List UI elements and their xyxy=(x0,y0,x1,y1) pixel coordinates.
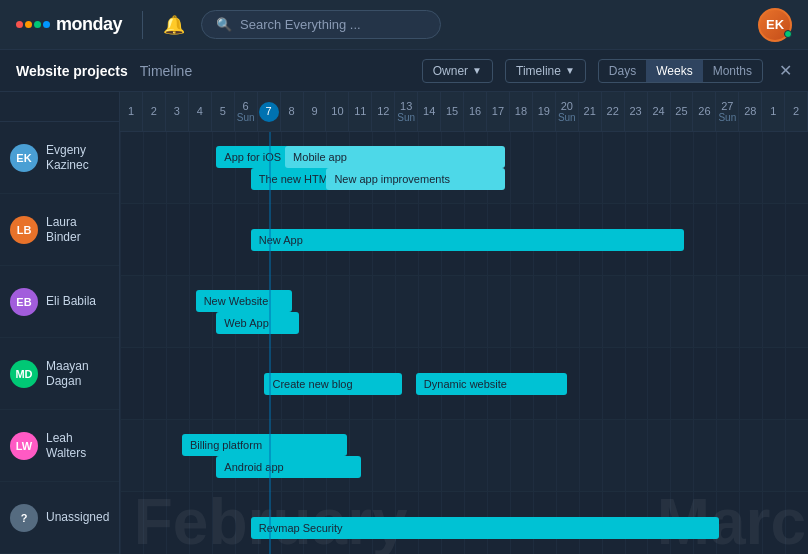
timeline-container: EKEvgeny KazinecLBLaura BinderEBEli Babi… xyxy=(0,92,808,554)
date-cell-3: 3 xyxy=(166,92,189,131)
bell-icon[interactable]: 🔔 xyxy=(163,14,185,36)
gantt-bar-0-3[interactable]: New app improvements xyxy=(326,168,505,190)
vline xyxy=(120,132,121,203)
chart-body: App for iOSThe new HTML editorMobile app… xyxy=(120,132,808,554)
search-bar[interactable]: 🔍 xyxy=(201,10,441,39)
timeline-chart: 123456Sun78910111213Sun14151617181920Sun… xyxy=(120,92,808,554)
vline xyxy=(785,420,786,491)
owner-filter-button[interactable]: Owner ▼ xyxy=(422,59,493,83)
vline xyxy=(510,420,511,491)
vline xyxy=(510,276,511,347)
date-cell-18: 18 xyxy=(510,92,533,131)
vline xyxy=(487,420,488,491)
vline xyxy=(235,204,236,275)
date-cell-7: 7 xyxy=(258,92,281,131)
vline xyxy=(441,276,442,347)
gantt-bar-2-1[interactable]: Web App xyxy=(216,312,299,334)
vline xyxy=(143,276,144,347)
vline xyxy=(716,276,717,347)
chart-row-0: App for iOSThe new HTML editorMobile app… xyxy=(120,132,808,204)
gantt-bar-0-2[interactable]: Mobile app xyxy=(285,146,505,168)
gantt-bar-5-0[interactable]: Revmap Security xyxy=(251,517,719,539)
date-cell-2: 2 xyxy=(143,92,166,131)
vline xyxy=(785,276,786,347)
vline xyxy=(189,276,190,347)
vline xyxy=(602,420,603,491)
gantt-bar-4-1[interactable]: Android app xyxy=(216,456,360,478)
person-row-5: ?Unassigned xyxy=(0,482,119,554)
vline xyxy=(120,204,121,275)
vline xyxy=(533,132,534,203)
vline xyxy=(166,276,167,347)
vline xyxy=(762,276,763,347)
vline xyxy=(303,276,304,347)
vline xyxy=(212,204,213,275)
date-cell-14: 14 xyxy=(418,92,441,131)
close-button[interactable]: ✕ xyxy=(779,61,792,80)
vline xyxy=(670,276,671,347)
project-title: Website projects xyxy=(16,63,128,79)
vline xyxy=(372,276,373,347)
date-cell-20: 20Sun xyxy=(556,92,579,131)
date-cell-1: 1 xyxy=(762,92,785,131)
gantt-bar-3-0[interactable]: Create new blog xyxy=(264,373,402,395)
vline xyxy=(739,492,740,554)
vline xyxy=(716,420,717,491)
person-avatar-5: ? xyxy=(10,504,38,532)
vline xyxy=(120,492,121,554)
vline xyxy=(670,348,671,419)
vline xyxy=(120,348,121,419)
search-input[interactable] xyxy=(240,17,400,32)
vline xyxy=(762,132,763,203)
person-row-1: LBLaura Binder xyxy=(0,194,119,266)
vline xyxy=(533,420,534,491)
vline xyxy=(625,276,626,347)
date-cell-26: 26 xyxy=(693,92,716,131)
vline xyxy=(212,492,213,554)
vline xyxy=(395,420,396,491)
logo[interactable]: monday xyxy=(16,14,122,35)
vline xyxy=(625,420,626,491)
person-avatar-1: LB xyxy=(10,216,38,244)
chart-row-3: Create new blogDynamic website xyxy=(120,348,808,420)
gantt-bar-2-0[interactable]: New Website xyxy=(196,290,292,312)
person-name-1: Laura Binder xyxy=(46,215,109,244)
vline xyxy=(166,348,167,419)
vline xyxy=(647,276,648,347)
vline xyxy=(372,420,373,491)
days-view-button[interactable]: Days xyxy=(599,60,646,82)
vline xyxy=(693,276,694,347)
gantt-bar-3-1[interactable]: Dynamic website xyxy=(416,373,567,395)
weeks-view-button[interactable]: Weeks xyxy=(646,60,702,82)
date-cell-21: 21 xyxy=(579,92,602,131)
person-row-0: EKEvgeny Kazinec xyxy=(0,122,119,194)
vline xyxy=(533,276,534,347)
view-tab-timeline[interactable]: Timeline xyxy=(140,59,192,83)
person-row-3: MDMaayan Dagan xyxy=(0,338,119,410)
date-cell-13: 13Sun xyxy=(395,92,418,131)
vline xyxy=(602,132,603,203)
date-cell-24: 24 xyxy=(648,92,671,131)
date-cell-23: 23 xyxy=(625,92,648,131)
vline xyxy=(349,276,350,347)
vline xyxy=(166,132,167,203)
vline xyxy=(556,420,557,491)
date-cell-28: 28 xyxy=(739,92,762,131)
gantt-bar-4-0[interactable]: Billing platform xyxy=(182,434,347,456)
left-header-cell xyxy=(0,92,119,122)
gantt-bar-1-0[interactable]: New AppFeb 10thFeb 28th xyxy=(251,229,684,251)
vline xyxy=(579,420,580,491)
person-row-4: LWLeah Walters xyxy=(0,410,119,482)
timeline-filter-button[interactable]: Timeline ▼ xyxy=(505,59,586,83)
vline xyxy=(625,132,626,203)
vline xyxy=(235,492,236,554)
vline xyxy=(602,348,603,419)
chart-row-5: Revmap Security xyxy=(120,492,808,554)
nav-divider xyxy=(142,11,143,39)
date-cell-9: 9 xyxy=(304,92,327,131)
months-view-button[interactable]: Months xyxy=(703,60,762,82)
vline xyxy=(189,348,190,419)
vline xyxy=(556,276,557,347)
subheader: Website projects Timeline Owner ▼ Timeli… xyxy=(0,50,808,92)
chart-row-2: New WebsiteWeb App xyxy=(120,276,808,348)
